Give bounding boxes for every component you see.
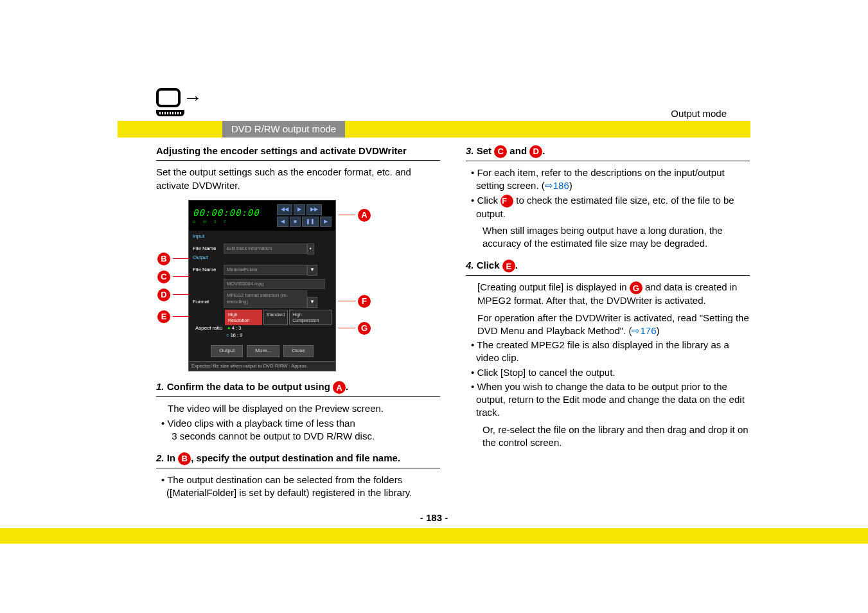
marker-e-icon: E [157, 310, 170, 323]
step3-b2-cont: When still images being output have a lo… [483, 224, 750, 251]
next-icon: ▶ [320, 217, 332, 227]
page-ref-176[interactable]: ⇨176 [632, 325, 656, 336]
footer-bar [0, 528, 868, 544]
rewind-icon: ◀◀ [277, 204, 292, 215]
fig-filename-label2: File Name [193, 267, 224, 274]
marker-e-ref-icon: E [502, 260, 515, 272]
fig-aspect-label: Aspect ratio [195, 325, 226, 332]
fig-timecode: 00:00:00:00 [193, 207, 260, 219]
marker-b-ref-icon: B [178, 452, 191, 465]
step1-num: 1. [156, 381, 164, 392]
pause-icon: ❚❚ [302, 217, 319, 227]
step1-bullet: • Video clips with a playback time of le… [161, 417, 440, 443]
divider [156, 160, 440, 161]
left-intro: Set the output settings such as the enco… [156, 166, 440, 192]
step4-b1: • The created MPEG2 file is also display… [471, 339, 750, 365]
step2-num: 2. [156, 452, 164, 463]
fig-output-label: Output [193, 254, 332, 262]
page-ref-186[interactable]: ⇨186 [545, 180, 569, 191]
step3-title: Set C and D. [477, 145, 545, 156]
step1-title: Confirm the data to be output using A. [167, 381, 348, 392]
fig-quality-std: Standard [263, 310, 288, 326]
left-column: Adjusting the encoder settings and activ… [156, 145, 440, 500]
step3-b2: • Click F to check the estimated file si… [471, 194, 750, 220]
marker-c-ref-icon: C [494, 145, 507, 158]
step4-p1: [Creating output file] is displayed in G… [477, 281, 750, 307]
fig-quality-comp: High Compression [289, 310, 332, 326]
fig-output-button: Output [211, 345, 243, 357]
dropdown-icon: ▼ [307, 265, 317, 276]
fig-quality-high: High Resolution [225, 310, 262, 326]
fig-format-value: MPEG2 format selection (re-encoding) [224, 290, 307, 307]
step3-b1: • For each item, refer to the descriptio… [471, 166, 750, 193]
step2-title: In B, specify the output destination and… [167, 452, 400, 463]
step2-bullet: • The output destination can be selected… [161, 474, 440, 500]
dropdown-icon: ▼ [307, 297, 317, 308]
marker-d-ref-icon: D [529, 145, 542, 158]
marker-d-icon: D [157, 289, 170, 301]
step1-body: The video will be displayed on the Previ… [168, 402, 440, 415]
fig-format-label: Format [193, 299, 224, 306]
fig-input-label: Input [193, 233, 332, 240]
step3-num: 3. [466, 145, 474, 156]
fastfwd-icon: ▶▶ [306, 204, 322, 215]
folder-icon: ▪ [307, 244, 314, 254]
step4-b3-cont: Or, re-select the file on the library an… [483, 423, 750, 450]
fig-more-button: More... [247, 345, 279, 357]
play-icon: ▶ [294, 204, 305, 215]
fig-close-button: Close [283, 345, 313, 357]
marker-a-ref-icon: A [333, 381, 346, 394]
marker-c-icon: C [157, 271, 170, 283]
fig-input-filename: Edit track information [224, 244, 307, 254]
mode-icon: → [156, 87, 202, 116]
prev-icon: ◀ [277, 217, 288, 227]
header-mode-label: Output mode [671, 108, 727, 119]
fig-aspect-169: 16 : 9 [231, 332, 243, 338]
step4-title: Click E. [477, 260, 518, 271]
settings-screenshot: 00:00:00:00 H M S F ◀◀ ▶ ▶▶ ◀ [188, 200, 394, 372]
right-column: 3. Set C and D. • For each item, refer t… [466, 145, 750, 500]
fig-output-folder: MaterialFolder [224, 265, 307, 275]
marker-g-ref-icon: G [630, 281, 642, 294]
step4-b2: • Click [Stop] to cancel the output. [471, 366, 750, 379]
marker-f-icon: F [358, 295, 371, 308]
yellow-bar [118, 121, 750, 138]
marker-f-ref-icon: F [500, 195, 513, 208]
marker-g-icon: G [358, 322, 371, 335]
section-tab: DVD R/RW output mode [222, 121, 345, 138]
left-heading: Adjusting the encoder settings and activ… [156, 145, 440, 157]
step4-num: 4. [466, 260, 474, 271]
stop-icon: ■ [290, 217, 301, 227]
step4-p2: For operation after the DVDWriter is act… [477, 312, 750, 338]
fig-status-bar: Expected file size when output to DVD R/… [189, 361, 335, 371]
fig-aspect-43: 4 : 3 [232, 325, 242, 331]
step4-b3: • When you wish to change the data to be… [471, 380, 750, 420]
fig-filename-label: File Name [193, 245, 224, 253]
marker-b-icon: B [157, 253, 170, 265]
page-number: - 183 - [0, 512, 868, 523]
fig-timecode-units: H M S F [193, 219, 260, 224]
fig-output-filename: MOVIE0004.mpg [224, 279, 325, 289]
marker-a-icon: A [358, 209, 371, 222]
